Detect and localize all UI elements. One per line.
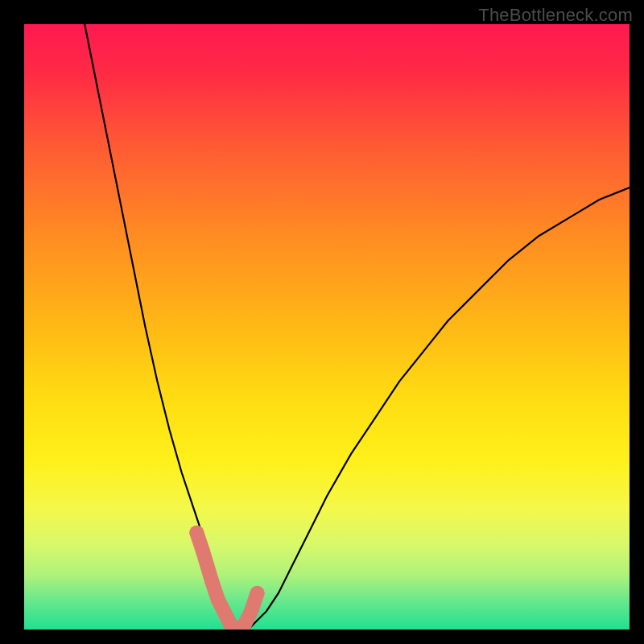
gradient-background bbox=[24, 24, 630, 630]
trough-marker bbox=[189, 526, 204, 540]
trough-marker bbox=[244, 604, 258, 618]
chart-frame: TheBottleneck.com bbox=[0, 0, 644, 644]
bottleneck-curve-chart bbox=[24, 24, 630, 630]
trough-marker bbox=[250, 586, 265, 601]
trough-marker bbox=[196, 543, 210, 558]
trough-marker bbox=[204, 574, 219, 588]
watermark-text: TheBottleneck.com bbox=[478, 5, 633, 26]
plot-area bbox=[24, 24, 630, 630]
